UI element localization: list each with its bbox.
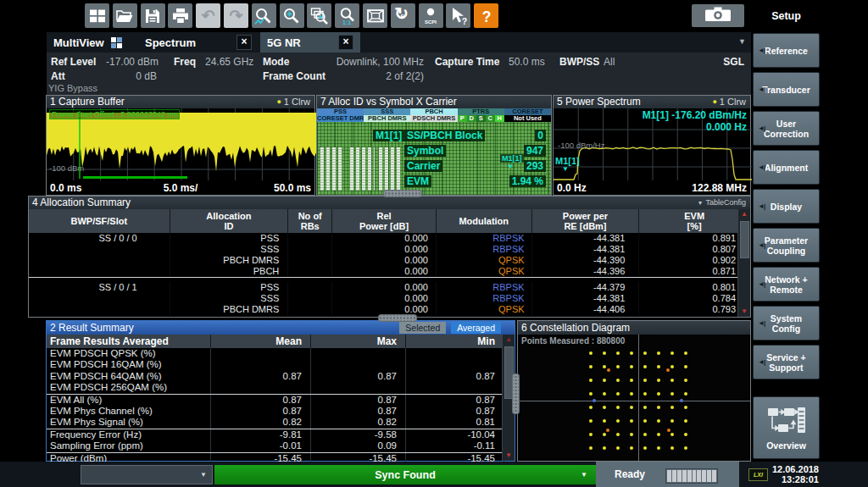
tab-multiview[interactable]: MultiView xyxy=(47,32,136,53)
softkey-reference[interactable]: ◄|Reference xyxy=(753,33,820,68)
column-header[interactable]: AllocationID xyxy=(170,209,289,233)
column-header[interactable]: Mean xyxy=(211,335,311,348)
softkey-network-remote[interactable]: ◄|Network +Remote xyxy=(753,267,820,302)
capture-buffer-title-bar[interactable]: 1 Capture Buffer ● 1 Clrw xyxy=(47,96,314,108)
column-header[interactable]: Min xyxy=(406,335,504,348)
column-header[interactable]: Power perRE [dBm] xyxy=(532,209,640,233)
tab-spectrum[interactable]: Spectrum× xyxy=(138,32,259,53)
mode-value[interactable]: Downlink, 100 MHz xyxy=(301,56,424,68)
tab-close-icon[interactable]: × xyxy=(236,35,252,50)
alloc-map-plot[interactable]: M1[1] SS/PBCH Block 0 Symbol 947 Carrier… xyxy=(317,122,551,195)
column-header[interactable]: RelPower [dB] xyxy=(332,209,437,233)
capture-time-value[interactable]: 50.0 ms xyxy=(509,56,545,68)
table-row[interactable]: EVM All (%)0.870.870.87 xyxy=(47,395,515,406)
table-row[interactable]: EVM PDSCH 64QAM (%)0.870.870.87 xyxy=(47,371,515,382)
constellation-point xyxy=(684,433,687,436)
softkey-system-config[interactable]: ◄|SystemConfig xyxy=(753,306,820,340)
horizontal-splitter-handle[interactable] xyxy=(383,190,422,197)
softkey-parameter-coupling[interactable]: ◄|ParameterCoupling xyxy=(753,228,820,263)
constellation-point xyxy=(670,351,674,355)
table-row[interactable]: SS / 0 / 1PSS0.000RBPSK-44.3790.801 xyxy=(29,282,750,293)
table-row[interactable]: Frequency Error (Hz)-9.81-9.58-10.04 xyxy=(47,429,515,440)
table-row[interactable]: SS / 0 / 0PSS0.000RBPSK-44.3810.891 xyxy=(29,233,750,244)
table-row[interactable]: PBCH0.000QPSK-44.3960.871 xyxy=(29,266,750,277)
fullscreen-frame-button[interactable] xyxy=(363,3,387,28)
tab-overflow-button[interactable]: ▼ xyxy=(738,37,746,46)
horizontal-splitter-handle[interactable] xyxy=(378,314,417,322)
channel-info-bar[interactable]: Ref Level -17.00 dBm Freq 24.65 GHz Mode… xyxy=(47,53,751,95)
zoom-windows-button[interactable] xyxy=(307,3,331,28)
scroll-up-icon[interactable]: ▲ xyxy=(738,210,750,219)
sweep-refresh-button[interactable]: ↻s xyxy=(391,3,415,28)
submenu-arrow-icon: ◄| xyxy=(758,202,765,212)
screenshot-button[interactable] xyxy=(692,4,744,27)
column-header[interactable]: EVM[%] xyxy=(639,209,750,233)
view-tab-averaged[interactable]: Averaged xyxy=(451,322,501,334)
scpi-recorder-button[interactable]: SCPI xyxy=(419,3,443,28)
softkey-overview[interactable]: Overview xyxy=(753,396,820,459)
column-header[interactable]: Modulation xyxy=(437,209,532,233)
column-header[interactable]: Frame Results Averaged xyxy=(47,335,211,348)
zoom-one-to-one-button[interactable]: 1:1 xyxy=(335,3,359,28)
softkey-alignment[interactable]: ◄|Alignment xyxy=(753,150,820,185)
scroll-up-icon[interactable]: ▲ xyxy=(503,335,515,344)
sync-status-bar[interactable]: Sync Found ▼ xyxy=(214,465,596,484)
ref-level-value[interactable]: -17.00 dBm xyxy=(106,56,159,68)
save-button[interactable] xyxy=(141,3,165,28)
table-row[interactable]: EVM PDSCH 256QAM (%) xyxy=(47,382,515,393)
window-title: 2 Result Summary xyxy=(50,322,134,335)
constellation-title-bar[interactable]: 6 Constellation Diagram xyxy=(518,321,750,335)
column-header[interactable]: BWP/SF/Slot xyxy=(29,209,170,233)
marker-name-box: M1[1] xyxy=(373,130,404,141)
table-row[interactable]: Sampling Error (ppm)-0.010.09-0.11 xyxy=(47,440,515,451)
scrollbar-thumb[interactable] xyxy=(740,221,749,258)
redo-button[interactable]: ↷ xyxy=(224,3,248,28)
undo-button[interactable]: ↶ xyxy=(196,3,220,28)
capture-buffer-plot[interactable]: Frame Start Offset : 5.966023542 ms -100… xyxy=(47,108,314,181)
softkey-service-support[interactable]: ◄|Service +Support xyxy=(753,345,820,379)
softkey-transducer[interactable]: ◄|Transducer xyxy=(753,72,820,107)
alloc-map-title-bar[interactable]: 7 Alloc ID vs Symbol X Carrier xyxy=(317,96,551,108)
table-row[interactable]: SSS0.000RBPSK-44.3810.784 xyxy=(29,293,750,304)
table-row[interactable]: PBCH DMRS0.000QPSK-44.3900.902 xyxy=(29,255,750,266)
windows-logo-button[interactable] xyxy=(85,3,109,28)
tab-5g-nr[interactable]: 5G NR× xyxy=(260,32,360,53)
allocation-summary-scrollbar[interactable]: ▲ ▼ xyxy=(737,209,750,317)
frame-count-value[interactable]: 2 of 2(2) xyxy=(301,70,424,82)
scroll-down-icon[interactable]: ▼ xyxy=(503,451,515,460)
softkey-display[interactable]: ◄|Display xyxy=(753,189,820,224)
table-row[interactable]: EVM Phys Signal (%)0.820.820.81 xyxy=(47,417,515,428)
table-config-button[interactable]: ▼ TableConfig xyxy=(698,196,750,209)
power-spectrum-title-bar[interactable]: 5 Power Spectrum ● 1 Clrw xyxy=(554,96,750,108)
constellation-point xyxy=(670,406,674,409)
power-spectrum-plot[interactable]: M1[1] -176.20 dBm/Hz 0.000 Hz -100 dBm/H… xyxy=(554,108,750,181)
freq-label: Freq xyxy=(174,56,196,68)
tab-close-icon[interactable]: × xyxy=(338,35,353,50)
zoom-select-button[interactable] xyxy=(280,3,304,28)
marker-flag-label[interactable]: M1[1] xyxy=(500,154,524,163)
att-value[interactable]: 0 dB xyxy=(106,70,157,82)
column-header[interactable]: No ofRBs xyxy=(288,209,332,233)
freq-value[interactable]: 24.65 GHz xyxy=(205,56,253,68)
allocation-summary-title-bar[interactable]: 4 Allocation Summary ▼ TableConfig xyxy=(29,196,750,209)
zoom-trace-button[interactable] xyxy=(252,3,276,28)
table-row[interactable]: EVM PDSCH QPSK (%) xyxy=(47,348,515,359)
table-row[interactable]: EVM Phys Channel (%)0.870.870.87 xyxy=(47,406,515,417)
status-dropdown[interactable]: ▼ xyxy=(81,465,213,484)
softkey-user-correction[interactable]: ◄|UserCorrection xyxy=(753,111,820,146)
result-summary-title-bar[interactable]: 2 Result Summary SelectedAveraged xyxy=(47,321,515,335)
scroll-down-icon[interactable]: ▼ xyxy=(738,307,750,316)
help-button[interactable]: ? xyxy=(474,3,498,28)
column-header[interactable]: Max xyxy=(311,335,406,348)
table-row[interactable]: SSS0.000RBPSK-44.3810.807 xyxy=(29,244,750,255)
constellation-plot[interactable]: Points Measured : 880800 xyxy=(518,335,750,461)
constellation-point xyxy=(603,365,606,368)
print-button[interactable] xyxy=(168,3,192,28)
table-row[interactable]: EVM PDSCH 16QAM (%) xyxy=(47,359,515,370)
x-axis-start: 0.0 ms xyxy=(50,182,81,194)
view-tab-selected[interactable]: Selected xyxy=(399,322,446,334)
context-help-button[interactable]: ? xyxy=(446,3,470,28)
vertical-splitter-handle[interactable] xyxy=(512,374,520,414)
open-file-button[interactable] xyxy=(113,3,137,28)
bwp-ss-value[interactable]: All xyxy=(604,56,615,68)
